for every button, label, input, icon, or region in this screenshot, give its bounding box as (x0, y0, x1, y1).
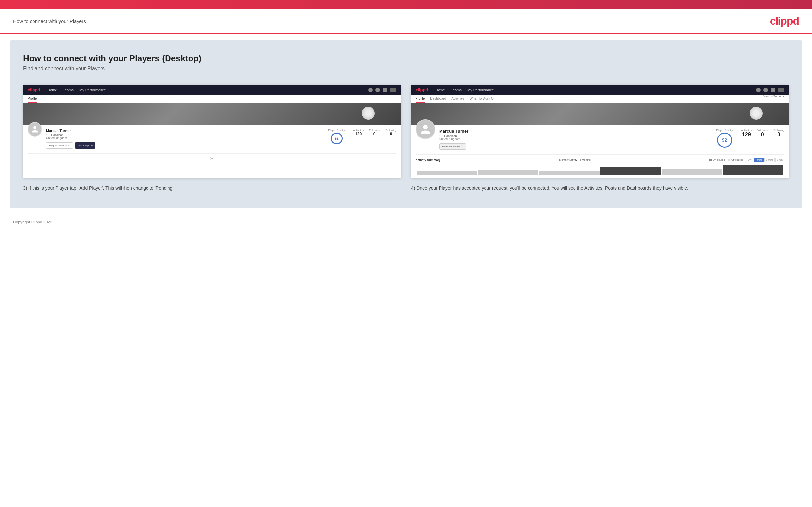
stats-1: Activities 129 Followers 0 Following 0 (353, 129, 397, 136)
followers-label-1: Followers (369, 129, 380, 131)
screenshot-col-1: clippd Home Teams My Performance Profile (23, 84, 401, 192)
bar-2 (478, 170, 539, 175)
legend-dot-off (727, 159, 730, 161)
legend-dot-on (709, 159, 712, 161)
profile-section-2: Marcus Turner 1-5 Handicap United Kingdo… (411, 125, 789, 154)
screenshot-col-2: clippd Home Teams My Performance Profile… (411, 84, 789, 192)
activity-header: Activity Summary Monthly Activity - 6 Mo… (415, 158, 784, 162)
period-1yr[interactable]: 1 yr (746, 158, 753, 162)
action-buttons-1: Request to Follow Add Player + (46, 143, 324, 149)
nav-teams-1: Teams (63, 88, 73, 92)
action-buttons-2: Remove Player ✕ (439, 144, 712, 150)
player-hcp-2: 1-5 Handicap (439, 134, 712, 137)
legend-on: On course (709, 159, 725, 161)
tab-profile-2[interactable]: Profile (415, 95, 425, 103)
mock-nav-2: clippd Home Teams My Performance (411, 84, 789, 95)
activity-period: Monthly Activity - 6 Months (559, 159, 590, 161)
main-content: How to connect with your Players (Deskto… (10, 40, 802, 208)
activities-label-1: Activities (353, 129, 364, 131)
tab-activities-2[interactable]: Activities (451, 95, 464, 103)
caption-4-text: 4) Once your Player has accepted your re… (411, 185, 688, 191)
activity-title: Activity Summary (415, 159, 441, 162)
player-country-2: United Kingdom (439, 137, 712, 141)
stat-following-2: Following 0 (773, 129, 784, 137)
pq-label-1: Player Quality (328, 129, 345, 131)
player-name-2: Marcus Turner (439, 129, 712, 133)
pq-section-1: Player Quality 92 (328, 129, 345, 145)
page-subtitle: Find and connect with your Players (23, 66, 789, 71)
caption-3-text: 3) If this is your Player tap, 'Add Play… (23, 185, 175, 191)
mock-browser-2: clippd Home Teams My Performance Profile… (411, 84, 789, 178)
bar-1 (417, 171, 477, 175)
scissors-icon: ✂ (23, 154, 401, 163)
stat-following-1: Following 0 (385, 129, 397, 136)
following-label-1: Following (385, 129, 397, 131)
settings-icon-1 (383, 88, 387, 92)
following-value-1: 0 (385, 131, 397, 136)
legend-off: Off course (727, 159, 743, 161)
followers-value-1: 0 (369, 131, 380, 136)
globe-icon-2 (778, 88, 784, 92)
following-value-2: 0 (773, 131, 784, 137)
settings-icon-2 (771, 88, 775, 92)
page-title: How to connect with your Players (Deskto… (23, 54, 789, 64)
nav-myperformance-2: My Performance (467, 88, 494, 92)
tab-profile-1[interactable]: Profile (28, 95, 37, 103)
top-bar (0, 0, 812, 9)
nav-teams-2: Teams (451, 88, 461, 92)
caption-3: 3) If this is your Player tap, 'Add Play… (23, 184, 401, 192)
globe-icon-1 (390, 88, 397, 92)
mock-tabs-1: Profile (23, 95, 401, 103)
caption-4: 4) Once your Player has accepted your re… (411, 184, 789, 192)
pq-section-2: Player Quality 92 (716, 129, 733, 148)
tab-right-label: Marcus Turner ▾ (763, 95, 784, 103)
nav-logo-2: clippd (415, 87, 428, 92)
player-name-1: Marcus Turner (46, 129, 324, 132)
stat-activities-2: Activities 129 (741, 129, 752, 137)
copyright: Copyright Clippd 2022 (13, 220, 52, 224)
user-icon-1 (375, 88, 380, 92)
header: How to connect with your Players clippd (0, 9, 812, 34)
activity-section: Activity Summary Monthly Activity - 6 Mo… (411, 155, 789, 178)
legend-on-label: On course (713, 159, 725, 161)
period-1mth[interactable]: 1 mth (775, 158, 784, 162)
activities-value-2: 129 (741, 131, 752, 137)
stat-followers-2: Followers 0 (757, 129, 768, 137)
add-player-button[interactable]: Add Player + (75, 143, 95, 149)
nav-icons-1 (368, 88, 397, 92)
pq-circle-2: 92 (717, 132, 732, 148)
mock-nav-1: clippd Home Teams My Performance (23, 84, 401, 95)
tab-dashboard-2[interactable]: Dashboard (430, 95, 446, 103)
nav-home-1: Home (47, 88, 57, 92)
tab-whattoon-2[interactable]: What To Work On (470, 95, 496, 103)
clippd-logo: clippd (770, 15, 799, 27)
avatar-2 (415, 119, 435, 139)
stats-2: Activities 129 Followers 0 Following 0 (741, 129, 784, 137)
mock-tabs-2: Profile Dashboard Activities What To Wor… (411, 95, 789, 103)
stat-followers-1: Followers 0 (369, 129, 380, 136)
activity-chart (415, 165, 784, 175)
activity-legend: On course Off course 1 yr 6 mths 3 mths … (709, 158, 784, 162)
request-follow-button[interactable]: Request to Follow (46, 143, 73, 149)
followers-value-2: 0 (757, 131, 768, 137)
remove-player-button[interactable]: Remove Player ✕ (439, 144, 466, 150)
profile-row-2: Marcus Turner 1-5 Handicap United Kingdo… (415, 129, 784, 150)
following-label-2: Following (773, 129, 784, 131)
activities-value-1: 129 (353, 131, 364, 136)
bar-3 (539, 171, 600, 175)
followers-label-2: Followers (757, 129, 768, 131)
player-info-2: Marcus Turner 1-5 Handicap United Kingdo… (439, 129, 712, 150)
stat-activities-1: Activities 129 (353, 129, 364, 136)
search-icon-1 (368, 88, 373, 92)
pq-circle-1: 92 (331, 132, 343, 145)
period-3mths[interactable]: 3 mths (764, 158, 774, 162)
period-6mths[interactable]: 6 mths (754, 158, 764, 162)
banner-1 (23, 103, 401, 125)
activities-label-2: Activities (741, 129, 752, 131)
player-hcp-1: 1-5 Handicap (46, 133, 324, 136)
bar-6 (723, 165, 783, 175)
bar-5 (662, 169, 722, 175)
period-buttons: 1 yr 6 mths 3 mths 1 mth (746, 158, 784, 162)
player-info-1: Marcus Turner 1-5 Handicap United Kingdo… (46, 129, 324, 149)
player-country-1: United Kingdom (46, 136, 324, 140)
